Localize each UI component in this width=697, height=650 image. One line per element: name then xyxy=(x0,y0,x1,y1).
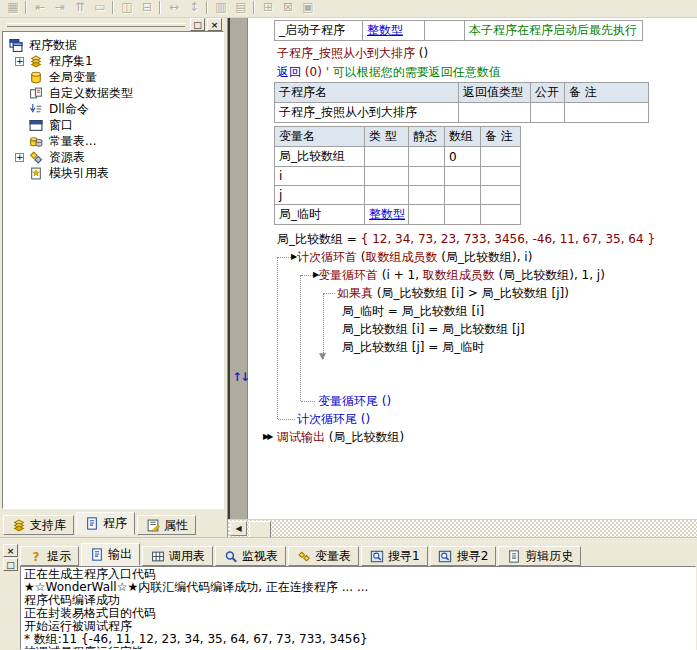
expand-plus-icon[interactable]: + xyxy=(15,153,24,162)
same-width-icon[interactable]: ↔ xyxy=(164,0,184,15)
table-row[interactable]: j xyxy=(275,186,521,205)
panel-close-button[interactable]: × xyxy=(207,18,222,31)
table-cell[interactable] xyxy=(481,186,521,205)
table-row[interactable]: 子程序_按照从小到大排序 xyxy=(275,103,649,123)
code-line[interactable]: 局_比较数组 [i] = 局_比较数组 [j] xyxy=(260,320,697,338)
table-row[interactable]: 局_比较数组0 xyxy=(275,147,521,167)
tree-item-windows[interactable]: 窗口 xyxy=(3,117,223,133)
tab-search1[interactable]: 搜寻1 xyxy=(361,546,428,566)
tab-call-table[interactable]: 调用表 xyxy=(142,546,213,566)
editor-content[interactable]: _启动子程序整数型本子程序在程序启动后最先执行 子程序_按照从小到大排序 () … xyxy=(248,18,697,520)
code-block[interactable]: ▶ ▶ ▼ 局_比较数组 = { 12, 34, 73, 23, 733, 34… xyxy=(260,230,697,446)
same-size-icon[interactable]: ▭ xyxy=(90,0,110,15)
code-line[interactable]: ▶▶调试输出 (局_比较数组) xyxy=(260,428,697,446)
tab-watch-table[interactable]: 监视表 xyxy=(215,546,286,566)
output-list[interactable]: 正在生成主程序入口代码★☆WonderWall☆★内联汇编代码编译成功, 正在连… xyxy=(20,566,696,650)
table-cell[interactable] xyxy=(365,147,409,167)
tab-program[interactable]: 程序 xyxy=(76,512,135,535)
table-cell[interactable]: 局_临时 xyxy=(275,205,365,225)
const-table-icon xyxy=(29,135,45,148)
table-cell[interactable]: 本子程序在程序启动后最先执行 xyxy=(465,21,643,41)
scrollbar-thumb[interactable] xyxy=(249,521,271,538)
tab-search2[interactable]: 搜寻2 xyxy=(430,546,497,566)
grid-icon[interactable]: ▦ xyxy=(3,0,23,15)
tree-item-custom-data-types[interactable]: 自定义数据类型 xyxy=(3,85,223,101)
output-panel-close-button[interactable]: × xyxy=(3,544,18,557)
tree-item-program-set-1[interactable]: +程序集1 xyxy=(3,53,223,69)
scroll-left-button[interactable]: ◀ xyxy=(230,521,247,536)
code-line[interactable] xyxy=(260,374,697,392)
table-row[interactable]: i xyxy=(275,167,521,186)
tree-item-resource-table[interactable]: +资源表 xyxy=(3,149,223,165)
code-segment: 计次循环首 xyxy=(297,250,357,264)
table-cell[interactable] xyxy=(445,205,481,225)
center-horizontal-icon[interactable]: ◫ xyxy=(117,0,137,15)
table-cell[interactable] xyxy=(459,103,531,123)
align-right-icon[interactable]: ⇥ xyxy=(50,0,70,15)
code-segment: () xyxy=(415,46,428,60)
tree-root-program-data[interactable]: 程序数据 xyxy=(3,37,223,53)
code-editor[interactable]: ↑↓ _启动子程序整数型本子程序在程序启动后最先执行 子程序_按照从小到大排序 … xyxy=(228,18,697,537)
align-top-icon[interactable]: ⇈ xyxy=(70,0,90,15)
code-line[interactable]: 局_比较数组 = { 12, 34, 73, 23, 733, 3456, -4… xyxy=(260,230,697,248)
table-cell[interactable] xyxy=(445,186,481,205)
table-cell[interactable]: j xyxy=(275,186,365,205)
center-vertical-icon[interactable]: ⊟ xyxy=(137,0,157,15)
tab-clip-history[interactable]: 剪辑历史 xyxy=(498,546,581,566)
table-cell[interactable] xyxy=(481,167,521,186)
table-cell[interactable]: 整数型 xyxy=(363,21,425,41)
table-cell[interactable] xyxy=(565,103,649,123)
tab-output[interactable]: 输出 xyxy=(81,543,140,566)
tree-item-module-ref-table[interactable]: 模块引用表 xyxy=(3,165,223,181)
output-panel-restore-button[interactable]: □ xyxy=(3,558,18,571)
table-cell[interactable]: 子程序_按照从小到大排序 xyxy=(275,103,459,123)
table-cell[interactable] xyxy=(409,186,445,205)
tab-hints[interactable]: ?提示 xyxy=(20,546,79,566)
tree-item-global-variables[interactable]: 全局变量 xyxy=(3,69,223,85)
table-cell[interactable] xyxy=(445,167,481,186)
updown-arrows-icon: ↑↓ xyxy=(232,370,248,384)
code-line[interactable]: 变量循环尾 () xyxy=(260,392,697,410)
tree-item-constant-table[interactable]: 常量表... xyxy=(3,133,223,149)
bring-to-front-icon[interactable]: ⊞ xyxy=(258,0,278,15)
code-line[interactable]: 变量循环首 (i + 1, 取数组成员数 (局_比较数组), 1, j) xyxy=(260,266,697,284)
table-cell[interactable] xyxy=(409,205,445,225)
same-height-icon[interactable]: ↕ xyxy=(184,0,204,15)
align-left-icon[interactable]: ⇤ xyxy=(30,0,50,15)
send-to-back-icon[interactable]: ⊠ xyxy=(278,0,298,15)
table-cell[interactable] xyxy=(481,147,521,167)
table-cell[interactable] xyxy=(425,21,465,41)
table-cell[interactable] xyxy=(365,167,409,186)
tab-properties[interactable]: 属性 xyxy=(137,515,196,535)
code-line[interactable]: 计次循环首 (取数组成员数 (局_比较数组), i) xyxy=(260,248,697,266)
space-vertical-icon[interactable]: ▤ xyxy=(231,0,251,15)
search-icon xyxy=(438,550,453,563)
editor-horizontal-scrollbar[interactable]: ◀ xyxy=(228,519,697,537)
table-cell[interactable] xyxy=(409,167,445,186)
table-cell[interactable]: 局_比较数组 xyxy=(275,147,365,167)
tab-order-icon[interactable]: ▣ xyxy=(298,0,318,15)
tree-item-dll-commands[interactable]: Dll命令 xyxy=(3,101,223,117)
table-row[interactable]: _启动子程序整数型本子程序在程序启动后最先执行 xyxy=(275,21,643,41)
tab-variable-table[interactable]: 变量表 xyxy=(288,546,359,566)
table-cell[interactable]: _启动子程序 xyxy=(275,21,363,41)
table-cell[interactable] xyxy=(481,205,521,225)
table-cell[interactable] xyxy=(365,186,409,205)
table-row[interactable]: 局_临时整数型 xyxy=(275,205,521,225)
code-line[interactable]: 局_比较数组 [j] = 局_临时 xyxy=(260,338,697,356)
space-horizontal-icon[interactable]: ▥ xyxy=(211,0,231,15)
code-text: 如果真 (局_比较数组 [i] > 局_比较数组 [j]) xyxy=(337,284,569,302)
tab-support-library[interactable]: 支持库 xyxy=(3,515,74,535)
code-line[interactable]: 计次循环尾 () xyxy=(260,410,697,428)
code-line[interactable]: 如果真 (局_比较数组 [i] > 局_比较数组 [j]) xyxy=(260,284,697,302)
panel-grip[interactable]: □ × xyxy=(0,18,227,31)
panel-restore-button[interactable]: □ xyxy=(190,18,205,31)
table-cell[interactable]: 整数型 xyxy=(365,205,409,225)
table-cell[interactable] xyxy=(531,103,565,123)
code-line[interactable]: 局_临时 = 局_比较数组 [i] xyxy=(260,302,697,320)
table-cell[interactable]: i xyxy=(275,167,365,186)
expand-plus-icon[interactable]: + xyxy=(15,57,24,66)
table-cell[interactable]: 0 xyxy=(445,147,481,167)
table-cell[interactable] xyxy=(409,147,445,167)
code-line[interactable] xyxy=(260,356,697,374)
